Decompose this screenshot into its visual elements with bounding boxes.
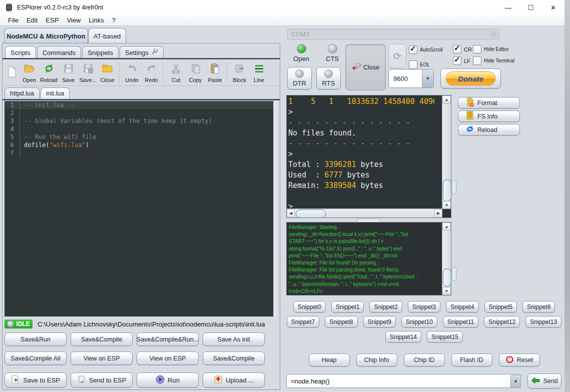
panel-splitter-handle[interactable]	[452, 180, 456, 194]
terminal-vscroll-thumb[interactable]	[443, 180, 451, 202]
scroll-right-icon[interactable]: ▶	[434, 209, 442, 218]
send-to-esp-button[interactable]: Send to ESP	[71, 372, 133, 388]
hide-editor-checkbox[interactable]: Hide Editor	[473, 45, 508, 54]
chip-info-button[interactable]: Chip Info	[356, 354, 397, 366]
tab-snippets[interactable]: Snippets	[82, 46, 119, 58]
snippet-button[interactable]: Snippet10	[401, 316, 437, 328]
scroll-up-icon[interactable]: ▲	[442, 222, 451, 230]
snippet-button[interactable]: Snippet6	[522, 301, 555, 312]
snippet-button[interactable]: Snippet13	[525, 316, 561, 328]
log-output[interactable]: FileManager: Starting...sending: _dir=fu…	[289, 224, 441, 294]
cr-checkbox[interactable]: CR	[453, 45, 472, 54]
code-editor[interactable]: 1-- init.lua --2 3-- Global Variables (m…	[5, 101, 273, 316]
close-serial-button[interactable]: Close	[345, 44, 386, 90]
snippet-button[interactable]: Snippet9	[363, 316, 396, 328]
run-button[interactable]: Run	[137, 372, 199, 388]
scroll-up-icon[interactable]: ▲	[442, 96, 451, 104]
terminal-hscrollbar[interactable]: ◀ ▶	[287, 208, 442, 218]
donate-button[interactable]: Donate	[440, 68, 501, 88]
open-toggle[interactable]: Open	[289, 44, 313, 62]
tab-nodemcu-micropython[interactable]: NodeMCU & MicroPython	[4, 28, 88, 44]
tab-httpd-lua[interactable]: httpd.lua	[5, 88, 40, 99]
view-on-esp-button-2[interactable]: View on ESP	[137, 352, 199, 365]
snippet-button[interactable]: Snippet3	[408, 301, 440, 312]
scroll-down-icon[interactable]: ▼	[442, 287, 451, 295]
lf-checkbox[interactable]: LF	[453, 56, 470, 65]
snippet-button[interactable]: Snippet7	[287, 316, 319, 328]
menu-help[interactable]: ?	[108, 16, 120, 24]
terminal-vscrollbar[interactable]: ▲ ▼	[442, 96, 451, 209]
send-button[interactable]: Send	[527, 374, 561, 388]
command-input[interactable]	[286, 374, 521, 388]
save-as-init-button[interactable]: Save As init	[203, 332, 265, 346]
redo-button[interactable]: Redo	[142, 63, 161, 83]
cut-button[interactable]: Cut	[166, 63, 186, 83]
reload-button[interactable]: Reload	[39, 63, 59, 83]
save-compile-button-2[interactable]: Save&Compile	[203, 352, 265, 365]
view-on-esp-button[interactable]: View on ESP	[71, 352, 133, 365]
scroll-left-icon[interactable]: ◀	[287, 209, 295, 218]
save-compile-run-button[interactable]: Save&Compile&Run...	[137, 332, 199, 346]
heap-button[interactable]: Heap	[309, 354, 350, 366]
fs-reload-button[interactable]: Reload	[458, 124, 520, 136]
snippet-button[interactable]: Snippet11	[443, 316, 478, 328]
format-button[interactable]: Format	[458, 97, 520, 108]
chip-id-button[interactable]: Chip ID	[404, 354, 445, 366]
paste-button[interactable]: Paste	[205, 63, 225, 83]
tab-commands[interactable]: Commands	[37, 46, 81, 58]
minimize-button[interactable]: —	[497, 0, 519, 15]
terminal-hscroll-thumb[interactable]	[296, 210, 326, 218]
command-history-dropdown[interactable]: ▼	[510, 375, 521, 388]
copy-button[interactable]: Copy	[186, 63, 205, 83]
terminal-output[interactable]: 1 5 1 1033632 1458400 4096>- - - - - - -…	[288, 96, 434, 208]
menu-links[interactable]: Links	[85, 16, 108, 24]
flash-id-button[interactable]: Flash ID	[451, 354, 492, 366]
open-button[interactable]: Open	[20, 63, 39, 83]
menu-file[interactable]: File	[4, 16, 23, 24]
snippet-button[interactable]: Snippet8	[325, 316, 357, 328]
cts-indicator[interactable]: CTS	[320, 44, 344, 62]
maximize-button[interactable]: ☐	[519, 0, 542, 15]
tab-at-based[interactable]: AT-based	[88, 28, 126, 44]
close-file-button[interactable]: Close	[98, 63, 117, 83]
menu-esp[interactable]: ESP	[42, 16, 63, 24]
hide-terminal-checkbox[interactable]: Hide Terminal	[473, 56, 514, 65]
save-run-button[interactable]: Save&Run	[5, 332, 67, 346]
dtr-button[interactable]: DTR	[287, 67, 312, 90]
undo-button[interactable]: Undo	[122, 63, 142, 83]
menu-edit[interactable]: Edit	[23, 16, 42, 24]
editor-scrollbar[interactable]	[273, 101, 279, 316]
baud-rate-select[interactable]: 9600 ▼	[388, 69, 434, 88]
snippet-button[interactable]: Snippet15	[427, 331, 463, 342]
close-button[interactable]: ✕	[542, 0, 564, 15]
save-to-esp-button[interactable]: Save to ESP	[5, 372, 67, 388]
snippet-button[interactable]: Snippet4	[446, 301, 478, 312]
snippet-button[interactable]: Snippet12	[484, 316, 520, 328]
save-button[interactable]: Save	[59, 63, 78, 83]
panel-splitter-handle[interactable]	[452, 267, 456, 281]
com-port-select[interactable]: COM3 ▼	[287, 29, 499, 40]
snippet-button[interactable]: Snippet2	[369, 301, 402, 312]
upload-button[interactable]: Upload ...	[203, 372, 265, 388]
save-compile-all-button[interactable]: Save&Compile All	[5, 352, 67, 365]
new-file-button[interactable]	[5, 66, 20, 80]
snippet-button[interactable]: Snippet0	[293, 301, 326, 312]
snippet-button[interactable]: Snippet5	[484, 301, 517, 312]
reset-button[interactable]: Reset	[499, 354, 540, 366]
save-compile-button[interactable]: Save&Compile	[71, 332, 133, 346]
snippet-button[interactable]: Snippet14	[385, 331, 421, 342]
snippet-button[interactable]: Snippet1	[331, 301, 364, 312]
save-as-button[interactable]: Save...	[78, 63, 98, 83]
eol-checkbox[interactable]: EOL	[409, 60, 430, 69]
scroll-down-icon[interactable]: ▼	[442, 201, 451, 209]
fs-info-button[interactable]: FS Info	[458, 110, 520, 122]
refresh-ports-button[interactable]: ⟳	[388, 44, 406, 68]
log-vscrollbar[interactable]: ▲ ▼	[442, 222, 451, 295]
log-vscroll-thumb[interactable]	[443, 268, 451, 286]
line-button[interactable]: Line	[249, 63, 269, 83]
block-button[interactable]: Block	[230, 63, 249, 83]
autoscroll-checkbox[interactable]: AutoScroll	[409, 46, 443, 54]
rts-button[interactable]: RTS	[316, 67, 341, 90]
tab-scripts[interactable]: Scripts	[5, 46, 36, 58]
menu-view[interactable]: View	[63, 16, 85, 24]
